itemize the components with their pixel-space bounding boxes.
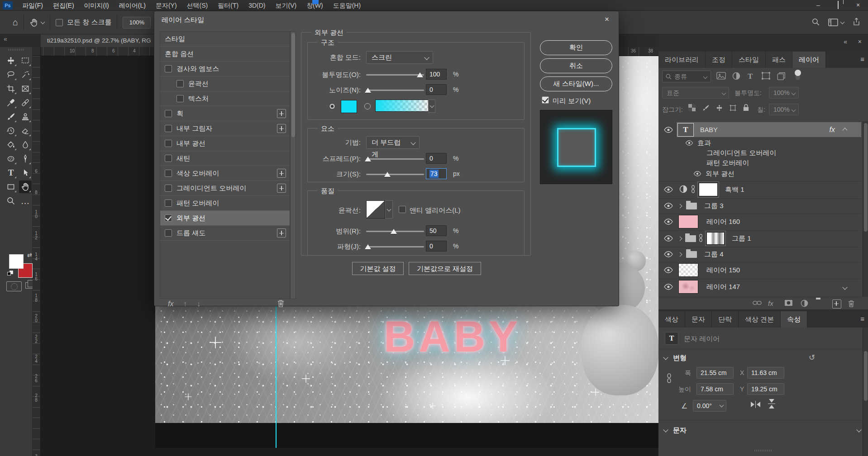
move-effect-up-icon[interactable]: ↑ [183, 300, 187, 308]
new-adjustment-icon[interactable] [801, 299, 808, 309]
close-dialog-icon[interactable]: × [601, 14, 612, 25]
effects-label[interactable]: 효과 [697, 139, 711, 147]
visibility-eye-icon[interactable] [664, 284, 673, 290]
clone-stamp-tool-icon[interactable] [19, 110, 32, 123]
color-radio-selected[interactable] [329, 103, 335, 109]
checkbox[interactable] [165, 110, 172, 117]
set-defaults-button[interactable]: 기본값 설정 [352, 262, 404, 275]
opacity-input[interactable]: 100 [426, 69, 447, 80]
layer-row-baby[interactable]: T BABY fx [658, 122, 861, 137]
checkbox[interactable] [176, 80, 184, 87]
gradient-radio[interactable] [364, 103, 371, 109]
effect-outer-glow-row[interactable]: 외부 광선 [658, 168, 861, 180]
tab-color[interactable]: 색상 [658, 311, 685, 328]
list-item-texture[interactable]: 텍스처 [160, 91, 290, 106]
slider-thumb[interactable] [417, 72, 423, 77]
height-input[interactable]: 7.58 cm [696, 383, 734, 395]
mask-link-icon[interactable] [699, 234, 703, 243]
layer-name[interactable]: 레이어 147 [706, 283, 740, 291]
spread-input[interactable]: 0 [426, 153, 447, 164]
close-panel-icon[interactable]: × [858, 38, 862, 45]
contour-thumbnail[interactable] [366, 200, 385, 218]
visibility-eye-icon[interactable] [664, 267, 673, 273]
pen-tool-icon[interactable] [19, 152, 32, 165]
swap-colors-icon[interactable]: ⇄ [27, 252, 32, 258]
menu-filter[interactable]: 필터(T) [213, 0, 243, 11]
healing-brush-tool-icon[interactable] [19, 96, 32, 109]
layer-name[interactable]: 그룹 1 [732, 234, 751, 243]
glow-color-swatch[interactable] [341, 100, 357, 113]
jitter-input[interactable]: 0 [426, 241, 447, 252]
layer-row-147[interactable]: 레이어 147 [658, 279, 861, 294]
lock-pixels-icon[interactable] [702, 104, 710, 113]
search-icon[interactable] [811, 18, 820, 28]
expand-group-icon[interactable] [678, 204, 682, 208]
filter-smart-object-icon[interactable] [777, 72, 786, 82]
filter-adjustment-icon[interactable] [732, 72, 740, 81]
add-effect-icon[interactable] [277, 184, 286, 193]
spread-slider[interactable] [366, 158, 424, 160]
eraser-tool-icon[interactable] [19, 124, 32, 137]
menu-view[interactable]: 보기(V) [270, 0, 301, 11]
filter-image-icon[interactable] [716, 72, 726, 81]
effect-label[interactable]: 그레이디언트 오버레이 [706, 149, 776, 157]
visibility-eye-icon[interactable] [664, 127, 673, 133]
list-item-pattern-overlay[interactable]: 패턴 오버레이 [160, 196, 290, 211]
flip-vertical-icon[interactable] [768, 399, 775, 408]
checkbox-checked[interactable] [165, 214, 172, 222]
preview-checkbox[interactable] [542, 96, 549, 104]
history-brush-tool-icon[interactable] [5, 124, 17, 137]
list-item-color-overlay[interactable]: 색상 오버레이 [160, 166, 290, 181]
reset-defaults-button[interactable]: 기본값으로 재설정 [409, 262, 481, 275]
blend-mode-dropdown[interactable]: 스크린 [366, 51, 433, 64]
cancel-button[interactable]: 취소 [540, 58, 612, 73]
gradient-tool-icon[interactable] [5, 138, 17, 151]
visibility-eye-icon[interactable] [664, 218, 673, 225]
menu-select[interactable]: 선택(S) [182, 0, 213, 11]
workspace-icon[interactable] [828, 19, 844, 26]
range-input[interactable]: 50 [426, 225, 447, 236]
checkbox[interactable] [165, 200, 172, 207]
gradient-picker-icon[interactable] [428, 100, 435, 113]
fill-dropdown[interactable]: 100% [769, 104, 799, 115]
size-slider[interactable] [366, 174, 424, 175]
blur-tool-icon[interactable] [19, 138, 32, 151]
layer-thumbnail[interactable] [678, 263, 698, 277]
visibility-eye-icon[interactable] [694, 171, 701, 176]
effect-label[interactable]: 패턴 오버레이 [706, 159, 749, 167]
menu-type[interactable]: 문자(Y) [151, 0, 182, 11]
hand-tool-icon[interactable] [19, 180, 32, 193]
checkbox[interactable] [165, 155, 172, 162]
group-mask-thumbnail[interactable] [706, 232, 725, 245]
scroll-more-icon[interactable] [856, 427, 861, 432]
noise-input[interactable]: 0 [426, 84, 447, 95]
collapse-transform-icon[interactable] [663, 355, 668, 360]
collapse-character-icon[interactable] [663, 427, 668, 432]
jitter-slider[interactable] [366, 246, 424, 247]
layer-name[interactable]: BABY [700, 126, 718, 133]
marquee-tool-icon[interactable] [19, 54, 32, 67]
menu-help[interactable]: 도움말(H) [328, 0, 366, 11]
x-input[interactable]: 11.63 cm [747, 367, 784, 379]
tab-paths[interactable]: 패스 [766, 52, 792, 68]
checkbox[interactable] [165, 125, 172, 132]
reset-transform-icon[interactable]: ↺ [809, 353, 815, 362]
menu-file[interactable]: 파일(F) [17, 0, 48, 11]
checkbox[interactable] [165, 170, 172, 177]
add-effect-icon[interactable] [277, 169, 286, 178]
list-item-bevel-emboss[interactable]: 경사와 엠보스 [160, 62, 290, 76]
glow-gradient-bar[interactable] [375, 100, 429, 112]
expand-group-icon[interactable] [678, 252, 682, 256]
tab-character[interactable]: 문자 [685, 311, 712, 328]
restore-icon[interactable] [828, 0, 848, 11]
zoom-tool-icon[interactable] [5, 195, 17, 207]
tab-styles[interactable]: 스타일 [732, 52, 766, 68]
sponge-tool-icon[interactable] [5, 152, 17, 165]
new-style-button[interactable]: 새 스타일(W)... [540, 76, 612, 91]
minimize-icon[interactable]: – [808, 0, 828, 11]
layer-name[interactable]: 그룹 4 [704, 250, 724, 259]
home-icon[interactable]: ⌂ [13, 17, 18, 28]
layer-opacity-dropdown[interactable]: 100% [769, 87, 799, 99]
contour-picker-icon[interactable] [385, 200, 393, 218]
visibility-eye-icon[interactable] [686, 140, 693, 146]
